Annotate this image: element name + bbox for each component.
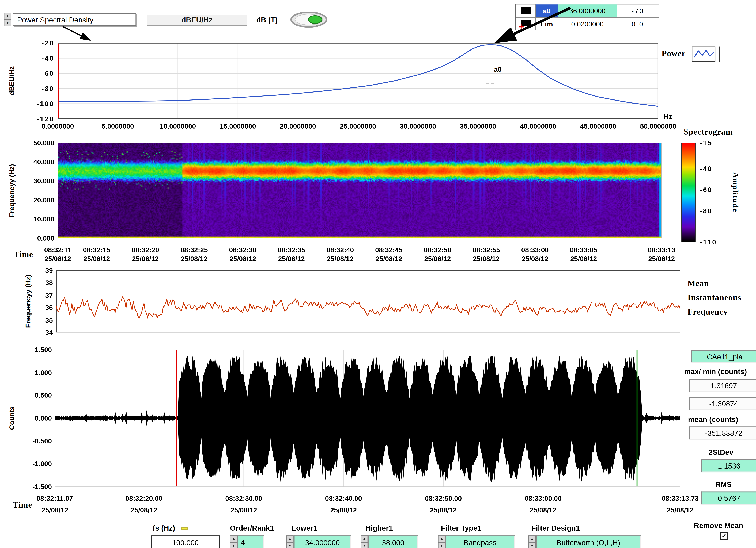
spectrogram-time-tick: 08:32:55 — [473, 247, 500, 253]
psd-selector-spinner[interactable]: ▲ ▼ — [4, 13, 11, 27]
db-toggle-switch[interactable] — [290, 11, 328, 30]
spinner-up-icon[interactable]: ▲ — [4, 13, 11, 20]
psd-y-tick: -20 — [41, 40, 54, 46]
spectrogram-y-tick: 20.000 — [33, 197, 54, 203]
spinner-up-icon[interactable]: ▲ — [438, 535, 445, 542]
psd-type-selector[interactable]: Power Spectral Density — [13, 13, 136, 26]
cursor-row-lim: Lim 0.0200000 0.0 — [516, 17, 659, 30]
cursor-a0-y-value[interactable]: -70 — [617, 4, 659, 17]
order-input[interactable]: 4 — [237, 535, 264, 548]
spinner-down-icon[interactable]: ▼ — [230, 542, 237, 548]
spectrogram-time-tick: 08:32:45 — [375, 247, 403, 253]
spectrogram-time-tick: 08:33:13 — [648, 247, 675, 253]
spectrogram-time-tick: 08:33:05 — [570, 247, 597, 253]
spectrogram-y-axis-label: Frequencyy (Hz) — [8, 164, 16, 218]
waveform-time-tick: 08:32:50.00 — [425, 495, 462, 502]
spectrogram-time-tick: 08:32:25 — [180, 247, 208, 253]
mif-y-tick: 38 — [45, 279, 53, 286]
spinner-down-icon[interactable]: ▼ — [528, 542, 536, 548]
spectrogram-y-tick: 50.000 — [33, 139, 54, 146]
cursor-a0-name[interactable]: a0 — [535, 4, 558, 17]
psd-x-tick: 25.0000000 — [340, 123, 376, 130]
rms-value: 0.5767 — [718, 494, 740, 502]
filter-design1-input[interactable]: Butterworth (O,L,H) — [536, 535, 641, 548]
filter-type1-spinner[interactable]: ▲▼ — [438, 535, 445, 548]
cursor-lim-swatch[interactable] — [516, 18, 535, 30]
mif-y-tick: 39 — [45, 267, 53, 274]
rms-label: RMS — [715, 480, 732, 489]
spinner-down-icon[interactable]: ▼ — [361, 542, 368, 548]
waveform-y-tick: -1.500 — [32, 483, 52, 490]
mif-label-line3: Frequency — [687, 307, 728, 317]
fs-value: 100.000 — [172, 538, 199, 547]
waveform-y-tick: 1.500 — [35, 346, 52, 353]
order-spinner[interactable]: ▲▼ — [230, 535, 237, 548]
spectrogram-date-tick: 25/08/12 — [424, 255, 451, 262]
waveform-time-tick: 08:32:11.07 — [36, 495, 73, 502]
filter-design1-label: Filter Design1 — [531, 524, 580, 532]
spinner-down-icon[interactable]: ▼ — [286, 542, 294, 548]
remove-mean-checkbox[interactable]: ✓ — [720, 532, 728, 540]
higher1-input[interactable]: 38.000 — [368, 535, 418, 548]
spinner-up-icon[interactable]: ▲ — [230, 535, 237, 542]
psd-x-axis-unit: Hz — [664, 112, 672, 120]
min-value: -1.30874 — [709, 399, 738, 408]
waveform-time-tick: 08:32:30.00 — [225, 495, 262, 502]
waveform-date-tick: 25/08/12 — [131, 507, 157, 513]
db-toggle-label: dB (T) — [256, 16, 278, 24]
psd-plot-drawing: a0 — [58, 43, 658, 119]
scaled-stage: ▲ ▼ Power Spectral Density dBEU/Hz dB (T… — [0, 0, 756, 548]
filter-design1-spinner[interactable]: ▲▼ — [528, 535, 536, 548]
spectrogram-time-tick: 08:33:00 — [521, 247, 549, 253]
cursor-a0-swatch[interactable] — [516, 4, 535, 17]
spectrogram-date-tick: 25/08/12 — [44, 255, 71, 262]
waveform-y-tick: -0.500 — [32, 437, 52, 444]
waveform-graph[interactable] — [55, 350, 680, 487]
mean-indicator: -351.83872 — [689, 426, 756, 440]
psd-y-tick: -80 — [41, 85, 54, 92]
labview-front-panel: ▲ ▼ Power Spectral Density dBEU/Hz dB (T… — [0, 0, 756, 548]
spectrogram-graph[interactable] — [58, 143, 661, 238]
colorbar-tick: -40 — [700, 166, 713, 172]
mif-y-tick: 37 — [45, 292, 53, 299]
colorbar-tick: -110 — [700, 239, 717, 246]
cursor-a0-x-value[interactable]: 36.0000000 — [558, 4, 617, 17]
lower1-input[interactable]: 34.000000 — [294, 535, 351, 548]
psd-x-tick: 20.0000000 — [280, 123, 316, 130]
fs-input[interactable]: 100.000 — [151, 535, 220, 548]
spinner-up-icon[interactable]: ▲ — [361, 535, 368, 542]
spectrogram-time-tick: 08:32:15 — [83, 247, 110, 253]
waveform-y-axis-label: Counts — [8, 406, 16, 430]
psd-legend-icon[interactable] — [692, 47, 715, 62]
legend-divider — [719, 47, 720, 62]
waveform-date-tick: 25/08/12 — [41, 507, 68, 513]
spinner-down-icon[interactable]: ▼ — [438, 542, 445, 548]
cursor-lim-name[interactable]: Lim — [535, 18, 558, 30]
spinner-down-icon[interactable]: ▼ — [4, 20, 11, 26]
mean-value: -351.83872 — [705, 429, 742, 437]
psd-y-tick: -120 — [37, 115, 54, 122]
mif-y-axis-label: Frequencyy (Hz) — [24, 274, 32, 328]
mif-graph[interactable] — [56, 271, 680, 332]
mif-y-tick: 34 — [45, 329, 53, 336]
spectrogram-date-tick: 25/08/12 — [132, 255, 159, 262]
waveform-y-tick: 0.000 — [35, 415, 52, 421]
filter-type1-input[interactable]: Bandpass — [445, 535, 515, 548]
line-style-icon — [692, 47, 715, 61]
spectrogram-date-tick: 25/08/12 — [570, 255, 597, 262]
stdev-value: 1.1536 — [718, 462, 740, 470]
spinner-up-icon[interactable]: ▲ — [286, 535, 294, 542]
lower1-value: 34.000000 — [305, 538, 340, 547]
psd-graph[interactable]: a0 — [58, 43, 658, 119]
higher1-spinner[interactable]: ▲▼ — [361, 535, 368, 548]
lower1-spinner[interactable]: ▲▼ — [286, 535, 294, 548]
psd-x-tick: 0.0000000 — [41, 123, 74, 130]
cursor-lim-y-value[interactable]: 0.0 — [617, 18, 659, 30]
waveform-time-axis-label: Time — [13, 500, 32, 510]
order-label: Order/Rank1 — [230, 524, 274, 532]
cursor-lim-x-value[interactable]: 0.0200000 — [558, 18, 617, 30]
spectrogram-date-tick: 25/08/12 — [327, 255, 354, 262]
spinner-up-icon[interactable]: ▲ — [528, 535, 536, 542]
colorbar-tick: -60 — [700, 187, 713, 193]
waveform-plot-drawing — [55, 350, 680, 487]
